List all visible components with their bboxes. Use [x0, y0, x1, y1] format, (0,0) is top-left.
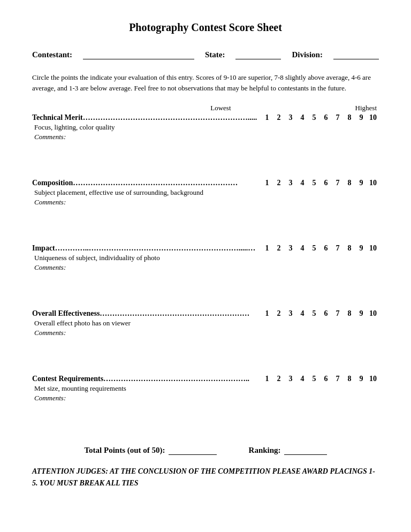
category-name-2: Impact…………..…………………………………………………….....…: [32, 244, 259, 253]
score-5-cat-1[interactable]: 5: [308, 179, 320, 187]
ranking-label: Ranking:: [249, 446, 281, 455]
attention-text: ATTENTION JUDGES: AT THE CONCLUSION OF T…: [32, 466, 379, 490]
comments-label-1: Comments:: [34, 198, 379, 207]
score-5-cat-0[interactable]: 5: [308, 113, 320, 122]
score-numbers-4: 12345678910: [261, 375, 379, 383]
score-1-cat-3[interactable]: 1: [261, 309, 273, 318]
score-1-cat-2[interactable]: 1: [261, 244, 273, 253]
score-9-cat-4[interactable]: 9: [355, 375, 367, 383]
score-10-cat-3[interactable]: 10: [367, 309, 379, 318]
comments-space-2: [32, 272, 379, 299]
contestant-field[interactable]: [83, 50, 194, 59]
score-8-cat-1[interactable]: 8: [344, 179, 355, 187]
score-4-cat-1[interactable]: 4: [296, 179, 308, 187]
ranking-value[interactable]: [284, 445, 327, 455]
score-1-cat-1[interactable]: 1: [261, 179, 273, 187]
score-6-cat-4[interactable]: 6: [320, 375, 332, 383]
score-9-cat-3[interactable]: 9: [355, 309, 367, 318]
category-block-0: Technical Merit…………………………………………………………...…: [32, 113, 379, 168]
category-row-1: Composition…………………………………………………………1234567…: [32, 179, 379, 187]
contestant-label: Contestant:: [32, 50, 72, 59]
score-6-cat-3[interactable]: 6: [320, 309, 332, 318]
score-2-cat-0[interactable]: 2: [273, 113, 285, 122]
score-2-cat-2[interactable]: 2: [273, 244, 285, 253]
comments-space-3: [32, 337, 379, 364]
category-block-3: Overall Effectiveness……………………………………………………: [32, 309, 379, 364]
score-5-cat-4[interactable]: 5: [308, 375, 320, 383]
score-6-cat-2[interactable]: 6: [320, 244, 332, 253]
category-description-1: Subject placement, effective use of surr…: [34, 188, 379, 197]
comments-label-3: Comments:: [34, 329, 379, 337]
score-3-cat-1[interactable]: 3: [285, 179, 296, 187]
totals-row: Total Points (out of 50): Ranking:: [32, 445, 379, 455]
score-header-row: Lowest Highest: [32, 104, 379, 112]
comments-label-4: Comments:: [34, 394, 379, 402]
score-6-cat-1[interactable]: 6: [320, 179, 332, 187]
state-label: State:: [205, 50, 225, 59]
division-field[interactable]: [333, 50, 379, 59]
comments-label-2: Comments:: [34, 263, 379, 272]
category-name-4: Contest Requirements………………………………………………….…: [32, 375, 259, 383]
score-8-cat-2[interactable]: 8: [344, 244, 355, 253]
score-3-cat-4[interactable]: 3: [285, 375, 296, 383]
score-4-cat-4[interactable]: 4: [296, 375, 308, 383]
category-name-0: Technical Merit…………………………………………………………...…: [32, 113, 259, 122]
score-8-cat-4[interactable]: 8: [344, 375, 355, 383]
categories-container: Technical Merit…………………………………………………………...…: [32, 113, 379, 429]
category-description-4: Met size, mounting requirements: [34, 384, 379, 393]
score-7-cat-2[interactable]: 7: [332, 244, 344, 253]
score-1-cat-4[interactable]: 1: [261, 375, 273, 383]
attention-block: ATTENTION JUDGES: AT THE CONCLUSION OF T…: [32, 466, 379, 490]
comments-space-1: [32, 207, 379, 233]
total-points-value[interactable]: [169, 445, 217, 455]
lowest-label: Lowest: [210, 104, 231, 112]
score-10-cat-2[interactable]: 10: [367, 244, 379, 253]
category-description-2: Uniqueness of subject, individuality of …: [34, 254, 379, 262]
score-9-cat-0[interactable]: 9: [355, 113, 367, 122]
total-points-field: Total Points (out of 50):: [84, 445, 216, 455]
category-row-2: Impact…………..…………………………………………………….....…12…: [32, 244, 379, 253]
score-7-cat-0[interactable]: 7: [332, 113, 344, 122]
total-points-label: Total Points (out of 50):: [84, 446, 165, 455]
category-name-1: Composition…………………………………………………………: [32, 179, 259, 187]
comments-space-0: [32, 141, 379, 168]
score-10-cat-1[interactable]: 10: [367, 179, 379, 187]
score-5-cat-2[interactable]: 5: [308, 244, 320, 253]
category-row-4: Contest Requirements………………………………………………….…: [32, 375, 379, 383]
score-10-cat-0[interactable]: 10: [367, 113, 379, 122]
contestant-row: Contestant: State: Division:: [32, 50, 379, 59]
score-3-cat-2[interactable]: 3: [285, 244, 296, 253]
score-numbers-1: 12345678910: [261, 179, 379, 187]
category-block-2: Impact…………..…………………………………………………….....…12…: [32, 244, 379, 299]
score-2-cat-1[interactable]: 2: [273, 179, 285, 187]
category-description-3: Overall effect photo has on viewer: [34, 319, 379, 328]
score-9-cat-2[interactable]: 9: [355, 244, 367, 253]
score-8-cat-0[interactable]: 8: [344, 113, 355, 122]
division-label: Division:: [292, 50, 323, 59]
score-4-cat-0[interactable]: 4: [296, 113, 308, 122]
score-4-cat-2[interactable]: 4: [296, 244, 308, 253]
state-field[interactable]: [235, 50, 281, 59]
score-3-cat-0[interactable]: 3: [285, 113, 296, 122]
score-2-cat-4[interactable]: 2: [273, 375, 285, 383]
instructions-text: Circle the points the indicate your eval…: [32, 72, 379, 93]
score-7-cat-1[interactable]: 7: [332, 179, 344, 187]
score-2-cat-3[interactable]: 2: [273, 309, 285, 318]
score-10-cat-4[interactable]: 10: [367, 375, 379, 383]
highest-label: Highest: [355, 104, 377, 112]
ranking-field: Ranking:: [249, 445, 327, 455]
score-3-cat-3[interactable]: 3: [285, 309, 296, 318]
score-7-cat-3[interactable]: 7: [332, 309, 344, 318]
score-4-cat-3[interactable]: 4: [296, 309, 308, 318]
score-numbers-3: 12345678910: [261, 309, 379, 318]
score-1-cat-0[interactable]: 1: [261, 113, 273, 122]
score-numbers-0: 12345678910: [261, 113, 379, 122]
score-8-cat-3[interactable]: 8: [344, 309, 355, 318]
score-5-cat-3[interactable]: 5: [308, 309, 320, 318]
score-9-cat-1[interactable]: 9: [355, 179, 367, 187]
score-6-cat-0[interactable]: 6: [320, 113, 332, 122]
category-block-1: Composition…………………………………………………………1234567…: [32, 179, 379, 233]
category-block-4: Contest Requirements………………………………………………….…: [32, 375, 379, 429]
score-numbers-2: 12345678910: [261, 244, 379, 253]
score-7-cat-4[interactable]: 7: [332, 375, 344, 383]
